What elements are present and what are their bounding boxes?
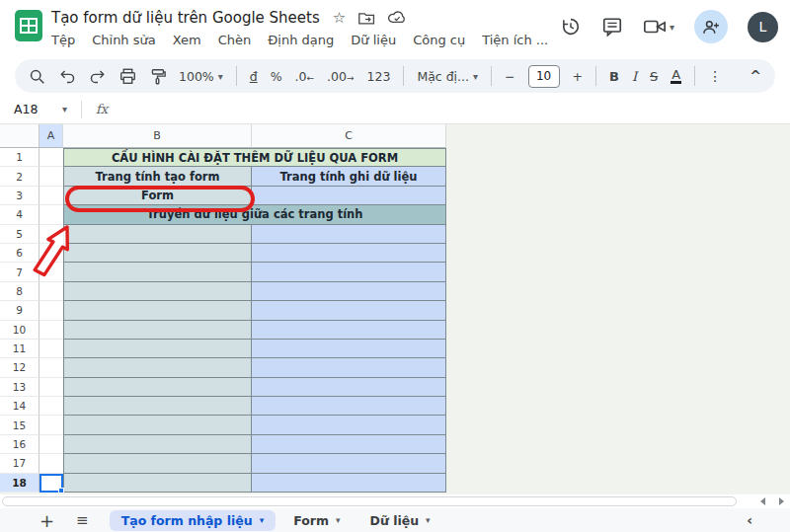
row-header-9[interactable]: 9 [0,301,40,320]
row-header-17[interactable]: 17 [0,454,40,473]
more-formats-button[interactable]: 123 [367,69,391,84]
cell-C13[interactable] [252,378,446,397]
format-currency-button[interactable]: đ [250,69,258,84]
scrollbar-thumb[interactable] [2,496,737,506]
column-header-C[interactable]: C [252,124,446,148]
cell-A10[interactable] [40,321,63,340]
cell-B1[interactable]: CẤU HÌNH CÀI ĐẶT THÊM DỮ LIỆU QUA FORM [63,148,446,167]
redo-icon[interactable] [89,68,107,84]
cell-C12[interactable] [252,358,446,377]
text-color-button[interactable]: A [671,68,681,85]
cell-C11[interactable] [252,340,446,358]
cell-A12[interactable] [40,358,63,377]
cell-C17[interactable] [252,454,446,473]
cell-A3[interactable] [40,187,63,205]
paint-format-icon[interactable] [149,68,166,85]
font-size-input[interactable]: 10 [528,65,560,88]
chevron-down-icon[interactable]: ▾ [336,515,341,525]
cell-C15[interactable] [252,416,446,434]
sheet-tab[interactable]: Form▾ [281,510,352,531]
scroll-right-icon[interactable] [779,497,784,505]
cell-C3[interactable] [252,187,446,205]
cell-B5[interactable] [63,225,252,244]
avatar[interactable]: L [748,12,778,42]
chevron-down-icon[interactable]: ▾ [426,515,431,525]
menu-item[interactable]: Công cụ [413,33,465,47]
cell-A15[interactable] [40,416,63,434]
cell-B15[interactable] [63,416,252,434]
cell-B14[interactable] [63,397,252,416]
cell-B11[interactable] [63,340,252,358]
tab-scroll-left-icon[interactable]: ‹ [747,512,752,528]
cell-C5[interactable] [252,225,446,244]
meet-button[interactable]: ▾ [643,17,674,37]
row-header-18[interactable]: 18 [0,474,40,493]
star-icon[interactable]: ☆ [333,11,346,26]
cell-C18[interactable] [252,474,446,493]
increase-font-size-button[interactable]: + [573,69,583,84]
cell-A14[interactable] [40,397,63,416]
cell-A8[interactable] [40,282,63,301]
row-header-16[interactable]: 16 [0,435,40,454]
cell-C7[interactable] [252,263,446,281]
cell-B17[interactable] [63,454,252,473]
cell-B9[interactable] [63,301,252,320]
row-header-15[interactable]: 15 [0,416,40,434]
sheet-tab[interactable]: Tạo form nhập liệu▾ [110,510,276,531]
fill-handle[interactable] [58,488,64,494]
menu-item[interactable]: Xem [173,33,201,47]
strikethrough-button[interactable]: S [650,69,658,84]
search-icon[interactable] [29,68,45,85]
cell-B10[interactable] [63,321,252,340]
comment-icon[interactable] [601,16,623,38]
cell-C8[interactable] [252,282,446,301]
row-header-11[interactable]: 11 [0,340,40,358]
document-title[interactable]: Tạo form dữ liệu trên Google Sheets [51,9,320,27]
cell-A17[interactable] [40,454,63,473]
row-header-2[interactable]: 2 [0,167,40,186]
cell-B16[interactable] [63,435,252,454]
sheets-logo-icon[interactable] [15,10,42,41]
undo-icon[interactable] [58,68,76,84]
cell-B7[interactable] [63,263,252,281]
version-history-icon[interactable] [560,16,582,38]
row-header-8[interactable]: 8 [0,282,40,301]
increase-decimal-button[interactable]: .00→ [327,69,354,84]
name-box[interactable]: A18 ▾ [0,102,77,116]
cell-A2[interactable] [40,167,63,186]
cell-C2[interactable]: Trang tính ghi dữ liệu [252,167,446,186]
row-header-3[interactable]: 3 [0,187,40,205]
all-sheets-button[interactable]: ≡ [76,511,88,529]
print-icon[interactable] [119,68,136,85]
row-header-4[interactable]: 4 [0,205,40,224]
add-sheet-button[interactable]: + [40,510,54,531]
cell-B18[interactable] [63,474,252,493]
sheet-tab[interactable]: Dữ liệu▾ [358,510,442,531]
row-header-14[interactable]: 14 [0,397,40,416]
cell-C9[interactable] [252,301,446,320]
format-percent-button[interactable]: % [271,69,282,84]
cell-C16[interactable] [252,435,446,454]
row-header-12[interactable]: 12 [0,358,40,377]
collapse-toolbar-button[interactable]: ^ [750,68,761,84]
cell-B13[interactable] [63,378,252,397]
italic-button[interactable]: I [632,69,637,84]
select-all-corner[interactable] [0,124,40,148]
cell-C6[interactable] [252,244,446,263]
menu-item[interactable]: Định dạng [268,33,334,47]
cell-A18[interactable] [40,474,63,493]
cell-A1[interactable] [40,148,63,167]
column-header-A[interactable]: A [40,124,63,148]
share-button[interactable] [694,10,728,43]
cell-B2[interactable]: Trang tính tạo form [63,167,252,186]
zoom-select[interactable]: 100%▾ [179,69,223,84]
decrease-font-size-button[interactable]: − [505,69,514,84]
cell-A13[interactable] [40,378,63,397]
chevron-down-icon[interactable]: ▾ [260,515,265,525]
row-header-13[interactable]: 13 [0,378,40,397]
bold-button[interactable]: B [609,69,619,84]
row-header-1[interactable]: 1 [0,148,40,167]
column-header-B[interactable]: B [63,124,252,148]
scroll-left-icon[interactable] [760,497,765,505]
menu-item[interactable]: Tiện ích ... [482,33,548,47]
